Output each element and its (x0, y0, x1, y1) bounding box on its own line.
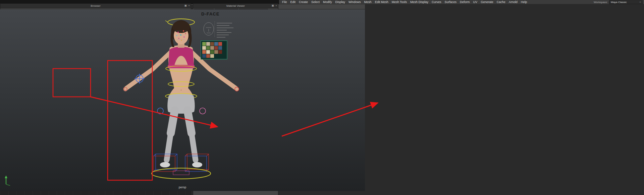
workspace-value: Maya Classic (611, 1, 627, 4)
menu-item-edit-mesh[interactable]: Edit Mesh (373, 0, 390, 4)
menu-item-help[interactable]: Help (519, 0, 529, 4)
palette-swatch (210, 46, 214, 50)
character-illustration (0, 9, 365, 191)
viewport-canvas[interactable]: D-FACE persp (0, 9, 365, 191)
menu-item-mesh[interactable]: Mesh (363, 0, 373, 4)
menu-item-windows[interactable]: Windows (347, 0, 363, 4)
menu-item-surfaces[interactable]: Surfaces (443, 0, 459, 4)
menu-item-create[interactable]: Create (297, 0, 310, 4)
palette-swatch (210, 54, 214, 58)
palette-swatch (206, 54, 210, 58)
dock-icon[interactable]: ▣ (272, 4, 274, 7)
material-viewer-titlebar[interactable]: Material Viewer ▣ × (193, 4, 278, 8)
palette-swatch (206, 50, 210, 54)
camera-label: persp (0, 186, 365, 189)
workspace-area: Workspace: Maya Classic (594, 0, 643, 4)
menubar-items: FileEditCreateSelectModifyDisplayWindows… (280, 0, 529, 4)
palette-swatch (202, 46, 206, 50)
menu-item-deform[interactable]: Deform (458, 0, 472, 4)
dock-icon[interactable]: ▣ (184, 4, 187, 7)
menu-item-edit[interactable]: Edit (289, 0, 298, 4)
palette-swatch (206, 42, 210, 46)
menu-item-cache[interactable]: Cache (495, 0, 507, 4)
menu-item-curves[interactable]: Curves (430, 0, 443, 4)
palette-swatch (210, 50, 214, 54)
palette-swatch (202, 54, 206, 58)
menu-item-generate[interactable]: Generate (479, 0, 495, 4)
hypershade-title: Browser (91, 4, 100, 7)
palette-swatch (202, 50, 206, 54)
close-icon[interactable]: × (275, 4, 277, 7)
menu-item-file[interactable]: File (280, 0, 289, 4)
palette-swatch (206, 46, 210, 50)
material-viewer-title: Material Viewer (226, 4, 245, 7)
palette-swatch (218, 46, 222, 50)
palette-swatch (218, 50, 222, 54)
dface-title: D-FACE (201, 11, 219, 16)
maya-application: FileEditCreateSelectModifyDisplayWindows… (0, 0, 644, 195)
menu-item-mesh-tools[interactable]: Mesh Tools (390, 0, 409, 4)
menu-item-mesh-display[interactable]: Mesh Display (409, 0, 430, 4)
hypershade-titlebar[interactable]: Browser ▣ × (0, 4, 191, 8)
workspace-select[interactable]: Maya Classic (609, 0, 643, 4)
menu-item-select[interactable]: Select (310, 0, 321, 4)
palette-swatch (214, 42, 218, 46)
menu-item-display[interactable]: Display (334, 0, 347, 4)
palette-swatch (202, 42, 206, 46)
palette-swatch (214, 46, 218, 50)
close-icon[interactable]: × (188, 4, 190, 7)
palette-swatch (210, 42, 214, 46)
menu-item-uv[interactable]: UV (472, 0, 479, 4)
palette-swatch (214, 50, 218, 54)
axis-indicator (5, 176, 10, 186)
menu-item-arnold[interactable]: Arnold (507, 0, 519, 4)
menu-item-modify[interactable]: Modify (321, 0, 334, 4)
palette-swatch (218, 42, 222, 46)
viewport-panel: ViewShadingLightingShowRendererPanels ≡#… (0, 0, 365, 191)
dface-palette (201, 40, 227, 60)
workspace-label: Workspace: (594, 1, 608, 4)
dface-sketch (204, 22, 233, 38)
